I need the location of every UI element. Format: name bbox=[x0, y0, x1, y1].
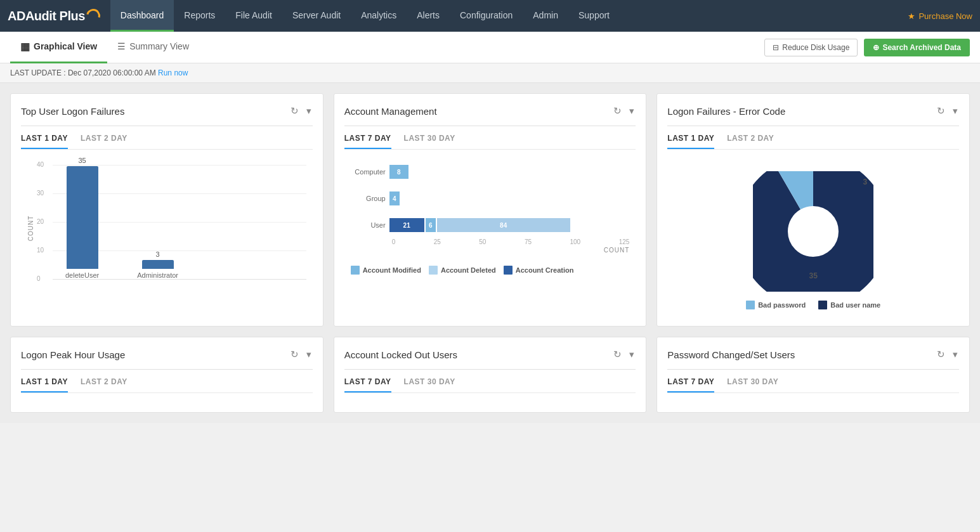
nav-item-support[interactable]: Support bbox=[568, 0, 620, 32]
widget-divider-logon bbox=[21, 126, 313, 126]
bar-group-administrator: 3 Administrator bbox=[137, 250, 178, 279]
widget-top-logon-failures: Top User Logon Failures ↻ ▾ LAST 1 DAY L… bbox=[10, 93, 323, 327]
legend-bad-username: Bad user name bbox=[818, 301, 880, 309]
h-bar-seg3-user: 84 bbox=[437, 218, 570, 232]
widget-header-password: Password Changed/Set Users ↻ ▾ bbox=[667, 347, 959, 361]
refresh-button-peak[interactable]: ↻ bbox=[289, 347, 300, 361]
tab-last-2-day-peak[interactable]: LAST 2 DAY bbox=[81, 377, 127, 393]
tab-last-1-day-peak[interactable]: LAST 1 DAY bbox=[21, 377, 68, 393]
x-axis-label: COUNT bbox=[392, 247, 630, 254]
x-label-50: 50 bbox=[479, 238, 486, 245]
pie-label-35: 35 bbox=[809, 271, 817, 280]
tab-last-2-day-error[interactable]: LAST 2 DAY bbox=[727, 134, 774, 149]
widget-tabs-logon: LAST 1 DAY LAST 2 DAY bbox=[21, 134, 313, 150]
refresh-button-account[interactable]: ↻ bbox=[612, 104, 623, 118]
legend-color-deleted bbox=[429, 266, 438, 275]
pie-chart-wrapper: 3 35 bbox=[753, 171, 873, 292]
dropdown-button-locked[interactable]: ▾ bbox=[628, 347, 636, 361]
graphical-view-tab[interactable]: ▦ Graphical View bbox=[10, 32, 107, 63]
h-bar-segments-user: 21 6 84 bbox=[389, 218, 570, 232]
refresh-button-password[interactable]: ↻ bbox=[936, 347, 946, 361]
widget-actions-account: ↻ ▾ bbox=[612, 104, 636, 118]
nav-item-server-audit[interactable]: Server Audit bbox=[282, 0, 351, 32]
refresh-button-logon[interactable]: ↻ bbox=[289, 104, 300, 118]
grid-container: 40 30 20 10 0 35 deleteUser 3 bbox=[53, 165, 306, 279]
y-axis-label: COUNT bbox=[27, 216, 34, 242]
search-archived-button[interactable]: ⊕ Search Archived Data bbox=[864, 39, 970, 56]
tab-last-7-day-locked[interactable]: LAST 7 DAY bbox=[344, 377, 391, 393]
widget-actions-password: ↻ ▾ bbox=[936, 347, 959, 361]
nav-item-reports[interactable]: Reports bbox=[174, 0, 225, 32]
nav-item-analytics[interactable]: Analytics bbox=[351, 0, 407, 32]
nav-items: Dashboard Reports File Audit Server Audi… bbox=[110, 0, 908, 32]
widget-title-error: Logon Failures - Error Code bbox=[667, 106, 785, 117]
h-bar-segments-computer: 8 bbox=[389, 165, 408, 179]
h-bar-row-user: User 21 6 84 bbox=[392, 218, 630, 232]
dropdown-button-peak[interactable]: ▾ bbox=[305, 347, 313, 361]
widget-actions-locked: ↻ ▾ bbox=[612, 347, 636, 361]
legend-label-creation: Account Creation bbox=[516, 266, 574, 274]
widget-title-locked: Account Locked Out Users bbox=[344, 349, 457, 360]
tab-last-1-day-error[interactable]: LAST 1 DAY bbox=[667, 134, 714, 149]
search-icon: ⊕ bbox=[873, 43, 879, 52]
dropdown-button-password[interactable]: ▾ bbox=[951, 347, 959, 361]
tab-last-30-day-locked[interactable]: LAST 30 DAY bbox=[404, 377, 455, 393]
nav-item-file-audit[interactable]: File Audit bbox=[225, 0, 282, 32]
run-now-link[interactable]: Run now bbox=[158, 68, 188, 77]
legend-label-modified: Account Modified bbox=[363, 266, 421, 274]
summary-view-tab[interactable]: ☰ Summary View bbox=[107, 32, 199, 63]
grid-line-0: 0 bbox=[53, 279, 306, 280]
bar-deleteuser bbox=[67, 166, 98, 269]
pie-chart-container: 3 35 Bad password Bad user name bbox=[667, 159, 959, 316]
widget-title-password: Password Changed/Set Users bbox=[667, 349, 795, 360]
refresh-button-locked[interactable]: ↻ bbox=[612, 347, 623, 361]
x-axis: 0 25 50 75 100 125 bbox=[392, 238, 630, 245]
widget-logon-error: Logon Failures - Error Code ↻ ▾ LAST 1 D… bbox=[657, 93, 970, 327]
widget-divider-peak bbox=[21, 369, 313, 370]
bar-label-deleteuser: deleteUser bbox=[65, 271, 99, 279]
legend-color-modified bbox=[351, 266, 360, 275]
widget-title-account: Account Management bbox=[344, 106, 437, 117]
nav-item-dashboard[interactable]: Dashboard bbox=[110, 0, 174, 32]
widget-divider-password bbox=[667, 369, 959, 370]
dropdown-button-logon[interactable]: ▾ bbox=[305, 104, 313, 118]
legend-item-modified: Account Modified bbox=[351, 266, 421, 275]
bars-container: 35 deleteUser 3 Administrator bbox=[65, 165, 178, 279]
logo-text: ADAudit Plus bbox=[8, 9, 85, 23]
nav-item-configuration[interactable]: Configuration bbox=[450, 0, 523, 32]
widget-divider-error bbox=[667, 126, 959, 126]
widget-tabs-account: LAST 7 DAY LAST 30 DAY bbox=[344, 134, 636, 150]
bar-administrator bbox=[142, 260, 174, 269]
dropdown-button-account[interactable]: ▾ bbox=[628, 104, 636, 118]
pie-label-3: 3 bbox=[863, 178, 867, 186]
reduce-disk-button[interactable]: ⊟ Reduce Disk Usage bbox=[764, 39, 858, 56]
widget-tabs-locked: LAST 7 DAY LAST 30 DAY bbox=[344, 377, 636, 393]
tab-last-7-day-password[interactable]: LAST 7 DAY bbox=[667, 377, 714, 393]
nav-item-alerts[interactable]: Alerts bbox=[407, 0, 450, 32]
last-update-text: LAST UPDATE : Dec 07,2020 06:00:00 AM bbox=[10, 68, 156, 77]
dropdown-button-error[interactable]: ▾ bbox=[951, 104, 959, 118]
widget-actions-peak: ↻ ▾ bbox=[289, 347, 313, 361]
widget-header-error: Logon Failures - Error Code ↻ ▾ bbox=[667, 104, 959, 118]
sub-navigation: ▦ Graphical View ☰ Summary View ⊟ Reduce… bbox=[0, 32, 980, 63]
widget-header-account: Account Management ↻ ▾ bbox=[344, 104, 636, 118]
widget-header-peak: Logon Peak Hour Usage ↻ ▾ bbox=[21, 347, 313, 361]
legend-label-bad-password: Bad password bbox=[758, 301, 806, 309]
purchase-button[interactable]: ★ Purchase Now bbox=[908, 11, 972, 21]
tab-last-2-day-logon[interactable]: LAST 2 DAY bbox=[81, 134, 127, 149]
widget-tabs-password: LAST 7 DAY LAST 30 DAY bbox=[667, 377, 959, 393]
legend-color-bad-username bbox=[818, 301, 827, 309]
pie-legend: Bad password Bad user name bbox=[746, 301, 880, 309]
main-content: Top User Logon Failures ↻ ▾ LAST 1 DAY L… bbox=[0, 83, 980, 423]
widget-header-logon: Top User Logon Failures ↻ ▾ bbox=[21, 104, 313, 118]
tab-last-7-day-account[interactable]: LAST 7 DAY bbox=[344, 134, 391, 149]
widget-header-locked: Account Locked Out Users ↻ ▾ bbox=[344, 347, 636, 361]
h-bar-row-computer: Computer 8 bbox=[392, 165, 630, 179]
tab-last-1-day-logon[interactable]: LAST 1 DAY bbox=[21, 134, 68, 149]
widget-tabs-peak: LAST 1 DAY LAST 2 DAY bbox=[21, 377, 313, 393]
refresh-button-error[interactable]: ↻ bbox=[936, 104, 946, 118]
widget-tabs-error: LAST 1 DAY LAST 2 DAY bbox=[667, 134, 959, 150]
tab-last-30-day-account[interactable]: LAST 30 DAY bbox=[404, 134, 455, 149]
tab-last-30-day-password[interactable]: LAST 30 DAY bbox=[727, 377, 778, 393]
nav-item-admin[interactable]: Admin bbox=[523, 0, 568, 32]
